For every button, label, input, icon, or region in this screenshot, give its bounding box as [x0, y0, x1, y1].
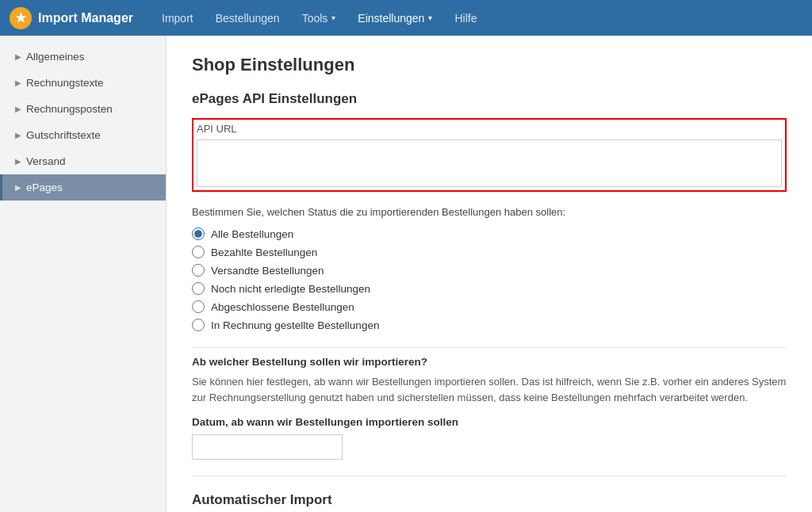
radio-label-in-rechnung: In Rechnung gestellte Bestellungen: [211, 319, 379, 331]
radio-label-bezahlte: Bezahlte Bestellungen: [211, 246, 317, 258]
brand-link[interactable]: ★ Import Manager: [10, 7, 133, 29]
radio-input-alle[interactable]: [192, 227, 205, 240]
radio-input-in-rechnung[interactable]: [192, 319, 205, 331]
einstellungen-caret-icon: ▾: [428, 13, 432, 22]
api-url-container: API URL: [192, 118, 787, 192]
sidebar-item-rechnungstexte[interactable]: ▶ Rechnungstexte: [0, 70, 166, 96]
radio-noch-nicht-erledigte[interactable]: Noch nicht erledigte Bestellungen: [192, 282, 787, 295]
section-divider: [192, 476, 787, 476]
nav-link-bestellungen[interactable]: Bestellungen: [206, 7, 289, 29]
nav-item-einstellungen[interactable]: Einstellungen ▾: [348, 7, 442, 29]
api-url-label: API URL: [197, 123, 782, 135]
sidebar-label-rechnungstexte: Rechnungstexte: [26, 77, 104, 89]
radio-label-abgeschlossene: Abgeschlossene Bestellungen: [211, 301, 354, 313]
brand-title: Import Manager: [38, 11, 133, 25]
nav-item-bestellungen[interactable]: Bestellungen: [206, 7, 289, 29]
nav-link-hilfe[interactable]: Hilfe: [445, 7, 486, 29]
sidebar-item-allgemeines[interactable]: ▶ Allgemeines: [0, 44, 166, 70]
radio-versandte-bestellungen[interactable]: Versandte Bestellungen: [192, 264, 787, 277]
brand-star: ★: [15, 10, 26, 25]
api-section-title: ePages API Einstellungen: [192, 91, 787, 107]
nav-link-import[interactable]: Import: [152, 7, 203, 29]
tools-caret-icon: ▾: [331, 13, 335, 22]
import-from-title: Ab welcher Bestellung sollen wir importi…: [192, 356, 787, 368]
radio-label-noch-nicht: Noch nicht erledigte Bestellungen: [211, 283, 370, 295]
nav-link-einstellungen[interactable]: Einstellungen ▾: [348, 7, 442, 29]
radio-bezahlte-bestellungen[interactable]: Bezahlte Bestellungen: [192, 246, 787, 258]
date-label: Datum, ab wann wir Bestellungen importie…: [192, 416, 787, 428]
navbar: ★ Import Manager Import Bestellungen Too…: [0, 0, 812, 36]
arrow-icon-epages: ▶: [15, 183, 21, 192]
radio-input-bezahlte[interactable]: [192, 246, 205, 258]
nav-item-import[interactable]: Import: [152, 7, 203, 29]
radio-label-alle: Alle Bestellungen: [211, 228, 293, 240]
sidebar-label-allgemeines: Allgemeines: [26, 51, 85, 63]
sidebar-item-versand[interactable]: ▶ Versand: [0, 148, 166, 174]
sidebar-item-rechnungsposten[interactable]: ▶ Rechnungsposten: [0, 96, 166, 122]
sidebar-item-gutschriftstexte[interactable]: ▶ Gutschriftstexte: [0, 122, 166, 148]
import-from-section: Ab welcher Bestellung sollen wir importi…: [192, 347, 787, 460]
radio-in-rechnung[interactable]: In Rechnung gestellte Bestellungen: [192, 319, 787, 331]
sidebar-label-versand: Versand: [26, 155, 66, 167]
nav-item-hilfe[interactable]: Hilfe: [445, 7, 486, 29]
auto-import-title: Automatischer Import: [192, 492, 787, 508]
date-input[interactable]: [192, 434, 343, 460]
brand-icon: ★: [10, 7, 32, 29]
sidebar-label-rechnungsposten: Rechnungsposten: [26, 103, 113, 115]
arrow-icon-rechnungstexte: ▶: [15, 78, 21, 87]
arrow-icon-allgemeines: ▶: [15, 52, 21, 61]
sidebar-label-gutschriftstexte: Gutschriftstexte: [26, 129, 101, 141]
nav-item-tools[interactable]: Tools ▾: [293, 7, 346, 29]
sidebar-item-epages[interactable]: ▶ ePages: [0, 174, 166, 201]
order-status-radio-group: Alle Bestellungen Bezahlte Bestellungen …: [192, 227, 787, 331]
radio-input-versandte[interactable]: [192, 264, 205, 277]
api-url-input[interactable]: [197, 139, 782, 187]
status-label: Bestimmen Sie, welchen Status die zu imp…: [192, 206, 787, 218]
radio-input-noch-nicht[interactable]: [192, 282, 205, 295]
page-title: Shop Einstellungen: [192, 55, 787, 75]
layout: ▶ Allgemeines ▶ Rechnungstexte ▶ Rechnun…: [0, 36, 812, 512]
radio-abgeschlossene-bestellungen[interactable]: Abgeschlossene Bestellungen: [192, 300, 787, 313]
sidebar: ▶ Allgemeines ▶ Rechnungstexte ▶ Rechnun…: [0, 36, 167, 512]
import-from-description: Sie können hier festlegen, ab wann wir B…: [192, 374, 787, 405]
nav-menu: Import Bestellungen Tools ▾ Einstellunge…: [152, 7, 486, 29]
main-content: Shop Einstellungen ePages API Einstellun…: [167, 36, 812, 512]
arrow-icon-rechnungsposten: ▶: [15, 105, 21, 113]
arrow-icon-versand: ▶: [15, 157, 21, 166]
radio-input-abgeschlossene[interactable]: [192, 300, 205, 313]
arrow-icon-gutschriftstexte: ▶: [15, 131, 21, 139]
sidebar-label-epages: ePages: [26, 181, 63, 193]
radio-label-versandte: Versandte Bestellungen: [211, 265, 324, 277]
radio-alle-bestellungen[interactable]: Alle Bestellungen: [192, 227, 787, 240]
nav-link-tools[interactable]: Tools ▾: [293, 7, 346, 29]
